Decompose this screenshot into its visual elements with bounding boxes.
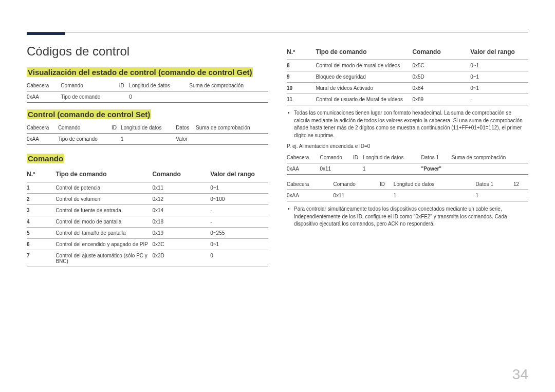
comando-table-left: N.º Tipo de comando Comando Valor del ra…: [27, 166, 268, 267]
section-set-heading: Control (comando de control Set): [27, 109, 151, 119]
col-header: Longitud de datos: [121, 122, 176, 134]
table-row: 11Control de usuario de Mural de vídeos0…: [287, 94, 528, 105]
notes-list-2: Para controlar simultáneamente todos los…: [287, 206, 528, 228]
col-header: Longitud de datos: [129, 80, 189, 91]
table-row: 1Control de potencia0x110~1: [27, 182, 268, 194]
table-header-row: Cabecera Comando ID Longitud de datos Da…: [27, 122, 268, 134]
col-no: N.º: [27, 166, 55, 182]
table-header-row: Cabecera Comando ID Longitud de datos Da…: [287, 152, 528, 163]
notes-list-1: Todas las comunicaciones tienen lugar co…: [287, 109, 528, 139]
table-row: 3Control de fuente de entrada0x14-: [27, 205, 268, 216]
document-page: Códigos de control Visualización del est…: [0, 0, 555, 392]
note-item: Para controlar simultáneamente todos los…: [287, 206, 528, 228]
col-header: Comando: [61, 80, 119, 91]
table-row: 10Mural de vídeos Activado0x840~1: [287, 83, 528, 94]
col-header: Cabecera: [27, 122, 58, 134]
comando-table-right: N.º Tipo de comando Comando Valor del ra…: [287, 44, 528, 105]
col-no: N.º: [287, 44, 316, 60]
table-row: 0xAA Tipo de comando 1 Valor: [27, 134, 268, 145]
table-row: 7Control del ajuste automático (sólo PC …: [27, 250, 268, 267]
table-row: 0xAA 0x11 1 "Power": [287, 163, 528, 175]
col-rango: Valor del rango: [210, 166, 268, 182]
col-comando: Comando: [152, 166, 210, 182]
table-row: 0xAA 0x11 1 1: [287, 190, 528, 201]
table-row: 6Control del encendido y apagado de PIP0…: [27, 239, 268, 250]
section-get-heading: Visualización del estado de control (com…: [27, 67, 253, 77]
table-row: 5Control del tamaño de pantalla0x190~255: [27, 228, 268, 239]
note-item: Todas las comunicaciones tienen lugar co…: [287, 109, 528, 139]
col-header: ID: [119, 80, 130, 91]
get-table: Cabecera Comando ID Longitud de datos Su…: [27, 80, 268, 103]
table-row: 2Control de volumen0x120~100: [27, 194, 268, 205]
col-header: Datos: [176, 122, 196, 134]
table-row: 9Bloqueo de seguridad0x5D0~1: [287, 71, 528, 83]
col-header: Comando: [58, 122, 112, 134]
table-header-row: Cabecera Comando ID Longitud de datos Da…: [287, 179, 528, 190]
page-number: 34: [512, 366, 528, 383]
example-table-a: Cabecera Comando ID Longitud de datos Da…: [287, 152, 528, 175]
example-table-b: Cabecera Comando ID Longitud de datos Da…: [287, 179, 528, 201]
section-comando-heading: Comando: [27, 154, 64, 163]
col-header: Suma de comprobación: [196, 122, 268, 134]
page-title: Códigos de control: [27, 44, 268, 59]
content-columns: Códigos de control Visualización del est…: [27, 44, 528, 271]
table-row: 8Control del modo de mural de vídeos0x5C…: [287, 60, 528, 71]
col-rango: Valor del rango: [470, 44, 528, 60]
table-header-row: N.º Tipo de comando Comando Valor del ra…: [27, 166, 268, 182]
col-header: Suma de comprobación: [189, 80, 268, 91]
table-header-row: Cabecera Comando ID Longitud de datos Su…: [27, 80, 268, 91]
col-tipo: Tipo de comando: [316, 44, 412, 60]
table-row: 4Control del modo de pantalla0x18-: [27, 216, 268, 228]
col-header: ID: [112, 122, 121, 134]
table-row: 0xAA Tipo de comando 0: [27, 91, 268, 103]
set-table: Cabecera Comando ID Longitud de datos Da…: [27, 122, 268, 145]
right-column: N.º Tipo de comando Comando Valor del ra…: [287, 44, 528, 271]
header-rule: [27, 32, 528, 32]
col-tipo: Tipo de comando: [55, 166, 152, 182]
col-header: Cabecera: [27, 80, 61, 91]
left-column: Códigos de control Visualización del est…: [27, 44, 268, 271]
table-header-row: N.º Tipo de comando Comando Valor del ra…: [287, 44, 528, 60]
col-comando: Comando: [412, 44, 470, 60]
example-label: P. ej. Alimentación encendida e ID=0: [287, 143, 528, 149]
